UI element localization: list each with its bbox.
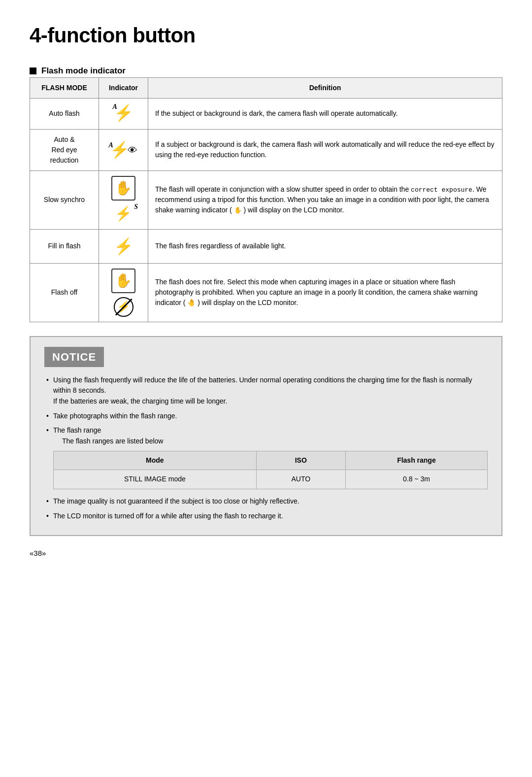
lightning-fill-icon: ⚡ <box>114 235 133 258</box>
notice-sub-1: If the batteries are weak, the charging … <box>53 397 227 405</box>
no-flash-circle-icon: ⚡ <box>114 297 133 317</box>
page-title: 4-function button <box>30 20 502 51</box>
def-red-eye: If a subject or background is dark, the … <box>148 129 502 170</box>
hand-raised-off-icon: ✋ <box>111 269 135 293</box>
notice-item-lcd: The LCD monitor is turned off for a whil… <box>44 511 488 522</box>
letter-a-superscript: A <box>113 101 117 112</box>
range-col-iso: ISO <box>256 451 345 470</box>
flash-mode-table: FLASH MODE Indicator Definition Auto fla… <box>30 77 502 322</box>
col-header-mode: FLASH MODE <box>30 77 99 98</box>
def-auto-flash: If the subject or background is dark, th… <box>148 98 502 129</box>
range-mode-value: STILL IMAGE mode <box>54 470 257 489</box>
col-header-indicator: Indicator <box>99 77 148 98</box>
range-col-mode: Mode <box>54 451 257 470</box>
flash-mode-fill: Fill in flash <box>30 229 99 263</box>
indicator-fill-flash: ⚡ <box>99 229 148 263</box>
indicator-auto-flash: ⚡ A <box>99 98 148 129</box>
range-table-row: STILL IMAGE mode AUTO 0.8 ~ 3m <box>54 470 488 489</box>
flash-mode-auto: Auto flash <box>30 98 99 129</box>
notice-item-flash-range: The flash range The flash ranges are lis… <box>44 425 488 489</box>
page-number: «38» <box>30 548 502 559</box>
indicator-flash-off: ✋ ⚡ <box>99 263 148 322</box>
flash-mode-slow-synchro: Slow synchro <box>30 170 99 229</box>
range-flash-value: 0.8 ~ 3m <box>345 470 487 489</box>
letter-a-red-eye: A <box>109 140 113 150</box>
table-row: Auto flash ⚡ A If the subject or backgro… <box>30 98 502 129</box>
flash-mode-off: Flash off <box>30 263 99 322</box>
indicator-slow-synchro: ✋ ⚡ S <box>99 170 148 229</box>
notice-list: Using the flash frequently will reduce t… <box>44 375 488 522</box>
hand-raised-icon: ✋ <box>111 176 135 201</box>
flash-range-sub-label: The flash ranges are listed below <box>53 437 163 445</box>
notice-item-2: Take photographs within the flash range. <box>44 411 488 422</box>
table-row: Flash off ✋ ⚡ The flash does not fire. S… <box>30 263 502 322</box>
flash-mode-red-eye: Auto &Red eye reduction <box>30 129 99 170</box>
def-slow-synchro: The flash will operate in conjunction wi… <box>148 170 502 229</box>
table-row: Slow synchro ✋ ⚡ S The flash will operat… <box>30 170 502 229</box>
notice-box: NOTICE Using the flash frequently will r… <box>30 336 502 537</box>
table-row: Fill in flash ⚡ The flash fires regardle… <box>30 229 502 263</box>
code-text: correct exposure <box>411 186 472 194</box>
section-bullet <box>30 68 36 74</box>
eye-icon: 👁 <box>128 143 137 158</box>
range-col-range: Flash range <box>345 451 487 470</box>
notice-item-quality: The image quality is not guaranteed if t… <box>44 496 488 507</box>
range-iso-value: AUTO <box>256 470 345 489</box>
indicator-red-eye: ⚡ A 👁 <box>99 129 148 170</box>
notice-item-1: Using the flash frequently will reduce t… <box>44 375 488 407</box>
flash-section-heading: Flash mode indicator <box>30 65 502 77</box>
table-row: Auto &Red eye reduction ⚡ A 👁 If a subje… <box>30 129 502 170</box>
notice-title: NOTICE <box>44 347 104 367</box>
letter-s-superscript: S <box>134 202 138 212</box>
flash-range-table: Mode ISO Flash range STILL IMAGE mode AU… <box>53 451 488 489</box>
def-fill-flash: The flash fires regardless of available … <box>148 229 502 263</box>
hand-warning-icon-inline: ✋ <box>234 206 242 214</box>
def-flash-off: The flash does not fire. Select this mod… <box>148 263 502 322</box>
col-header-definition: Definition <box>148 77 502 98</box>
lightning-slow-icon: ⚡ <box>115 206 132 221</box>
